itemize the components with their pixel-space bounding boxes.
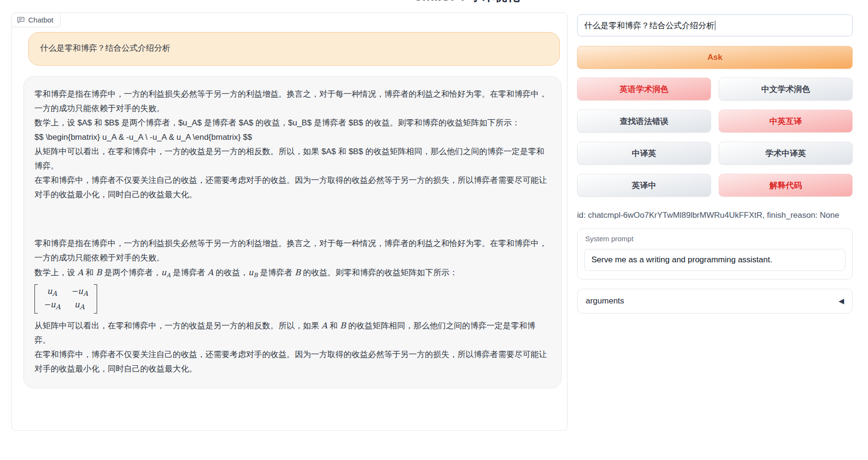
system-prompt-label: System prompt	[585, 235, 634, 243]
arguments-accordion-label: arguments	[586, 296, 624, 306]
function-button-2[interactable]: 中文学术润色	[719, 78, 853, 101]
completion-status-text: id: chatcmpl-6wOo7KrYTwMl89lbrMWRu4UkFFX…	[577, 211, 853, 220]
matrix-cell: −uA	[44, 299, 60, 312]
matrix-right-bracket	[94, 284, 97, 314]
math-variable: B	[96, 268, 102, 277]
user-message-bubble: 什么是零和博弈？结合公式介绍分析	[28, 32, 560, 66]
math-variable: uB	[248, 268, 258, 277]
question-input-value: 什么是零和博弈？结合公式介绍分析	[584, 20, 714, 31]
matrix-cell: −uA	[71, 286, 88, 299]
function-button-8[interactable]: 解释代码	[719, 174, 853, 197]
question-input[interactable]: 什么是零和博弈？结合公式介绍分析	[577, 14, 853, 36]
collapse-left-triangle-icon: ◀	[838, 297, 844, 305]
function-button-5[interactable]: 中译英	[577, 142, 711, 165]
math-variable: B	[340, 321, 346, 330]
rendered-paragraph-2: 数学上，设 A 和 B 是两个博弈者，uA 是博弈者 A 的收益，uB 是博弈者…	[34, 265, 550, 282]
ask-button[interactable]: Ask	[577, 46, 853, 69]
matrix-cell: uA	[71, 299, 88, 312]
function-button-3[interactable]: 查找语法错误	[577, 110, 711, 133]
matrix-cells: uA−uA−uAuA	[38, 284, 94, 314]
payoff-matrix: uA−uA−uAuA	[34, 284, 97, 314]
chat-bubble-icon	[17, 16, 25, 24]
arguments-accordion[interactable]: arguments ◀	[577, 289, 853, 314]
bot-message-bubble: 零和博弈是指在博弈中，一方的利益损失必然等于另一方的利益增益。换言之，对于每一种…	[23, 76, 562, 388]
app-root: ChatGPT 学术优化 Chatbot 什么是零和博弈？结合公式介绍分析 零和…	[0, 0, 868, 460]
math-variable: A	[208, 268, 213, 277]
matrix-left-bracket	[34, 284, 38, 314]
user-message-text: 什么是零和博弈？结合公式介绍分析	[40, 44, 170, 53]
function-button-4[interactable]: 中英互译	[719, 110, 853, 133]
rendered-paragraph-4: 在零和博弈中，博弈者不仅要关注自己的收益，还需要考虑对手的收益。因为一方取得的收…	[34, 348, 550, 376]
system-prompt-input[interactable]: Serve me as a writing and programming as…	[584, 249, 846, 271]
chatbot-label: Chatbot	[11, 12, 61, 27]
bot-message-raw-markdown: 零和博弈是指在博弈中，一方的利益损失必然等于另一方的利益增益。换言之，对于每一种…	[34, 87, 550, 202]
system-prompt-group: System prompt Serve me as a writing and …	[577, 228, 853, 280]
math-variable: A	[322, 321, 327, 330]
bot-message-rendered: 零和博弈是指在博弈中，一方的利益损失必然等于另一方的利益增益。换言之，对于每一种…	[34, 236, 550, 376]
rendered-paragraph-3: 从矩阵中可以看出，在零和博弈中，一方的收益是另一方的相反数。所以，如果 A 和 …	[34, 318, 550, 348]
function-button-grid: 英语学术润色中文学术润色查找语法错误中英互译中译英学术中译英英译中解释代码	[577, 78, 853, 197]
text-cursor	[715, 21, 715, 30]
math-variable: B	[295, 268, 301, 277]
function-button-1[interactable]: 英语学术润色	[577, 78, 711, 101]
function-button-6[interactable]: 学术中译英	[719, 142, 853, 165]
math-variable: A	[78, 268, 83, 277]
chatbot-label-text: Chatbot	[28, 16, 54, 24]
rendered-paragraph-1: 零和博弈是指在博弈中，一方的利益损失必然等于另一方的利益增益。换言之，对于每一种…	[34, 236, 550, 265]
matrix-cell: uA	[44, 286, 60, 299]
system-prompt-value: Serve me as a writing and programming as…	[591, 255, 772, 265]
function-button-7[interactable]: 英译中	[577, 174, 711, 197]
chatbot-panel: Chatbot 什么是零和博弈？结合公式介绍分析 零和博弈是指在博弈中，一方的利…	[11, 12, 568, 431]
page-title: ChatGPT 学术优化	[378, 0, 555, 4]
math-variable: uA	[161, 268, 171, 277]
